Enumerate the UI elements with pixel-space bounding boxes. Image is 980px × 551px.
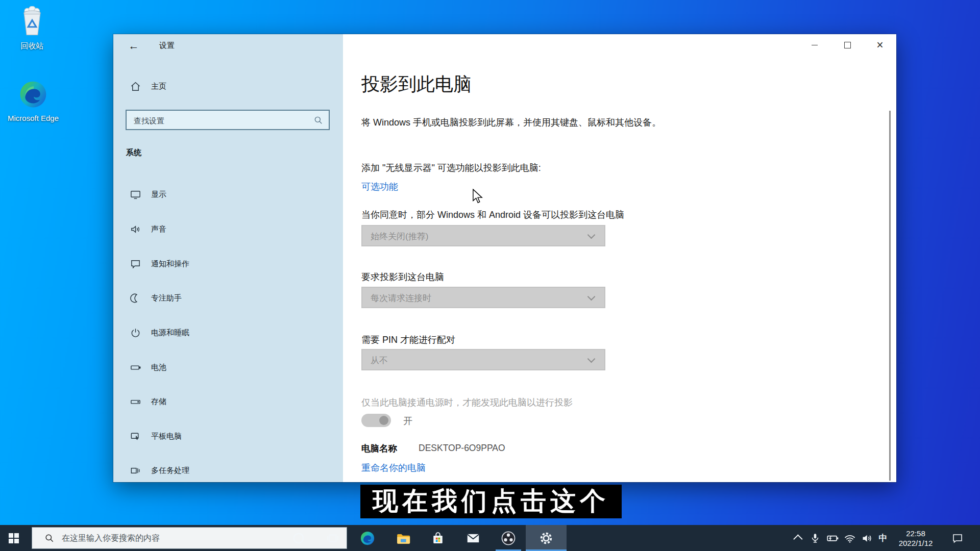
sidebar-item-storage[interactable]: 存储: [113, 389, 343, 414]
action-center-icon: [951, 532, 964, 544]
back-button[interactable]: ←: [125, 38, 143, 54]
chevron-up-icon: [793, 534, 802, 543]
sidebar-item-multitasking[interactable]: 多任务处理: [113, 458, 343, 483]
tray-battery-button[interactable]: [825, 525, 840, 551]
sidebar-item-sound[interactable]: 声音: [113, 217, 343, 241]
edge-icon: [360, 531, 375, 546]
sidebar-item-battery[interactable]: 电池: [113, 355, 343, 380]
store-icon: [430, 531, 446, 546]
toggle-knob: [379, 416, 388, 425]
rename-pc-link[interactable]: 重命名你的电脑: [361, 462, 426, 474]
tray-wifi-button[interactable]: [842, 525, 857, 551]
obs-button[interactable]: [493, 525, 524, 551]
optional-feature-hint: 添加 "无线显示器" 可选功能以投影到此电脑:: [361, 162, 541, 174]
windows-logo-icon: [9, 533, 19, 543]
start-button[interactable]: [0, 525, 28, 551]
minimize-button[interactable]: [798, 34, 831, 56]
tray-clock[interactable]: 22:58 2022/1/12: [891, 529, 940, 548]
consent-dropdown-value: 始终关闭(推荐): [371, 231, 428, 242]
sidebar-item-notifications[interactable]: 通知和操作: [113, 252, 343, 276]
window-title: 设置: [159, 41, 175, 51]
toggle-state-label: 开: [403, 415, 412, 427]
sidebar-item-focus-assist[interactable]: 专注助手: [113, 286, 343, 310]
optional-features-link[interactable]: 可选功能: [361, 181, 398, 193]
chevron-down-icon: [587, 355, 596, 363]
settings-taskbar-button[interactable]: [526, 525, 567, 551]
battery-charging-icon: [826, 532, 839, 545]
tray-volume-button[interactable]: [860, 525, 875, 551]
sidebar-item-label: 显示: [151, 190, 166, 199]
maximize-button[interactable]: [831, 34, 864, 56]
sidebar-item-label: 多任务处理: [151, 466, 189, 475]
sidebar-item-power-sleep[interactable]: 电源和睡眠: [113, 320, 343, 345]
minimize-icon: [812, 45, 818, 45]
gear-icon: [539, 531, 553, 545]
tray-expand-button[interactable]: [792, 525, 805, 551]
microphone-icon: [810, 533, 821, 544]
notifications-icon: [130, 258, 141, 270]
intro-text: 将 Windows 手机或电脑投影到此屏幕，并使用其键盘、鼠标和其他设备。: [361, 115, 672, 130]
pin-pairing-value: 从不: [371, 355, 388, 366]
edge-shortcut-label: Microsoft Edge: [5, 113, 61, 123]
subtitle-overlay: 现在我们点击这个: [360, 485, 622, 518]
cortana-icon: [292, 532, 305, 545]
recycle-bin-shortcut[interactable]: 回收站: [4, 6, 60, 51]
search-icon: [313, 115, 324, 126]
sidebar-item-label: 电池: [151, 363, 166, 372]
sidebar-item-label: 通知和操作: [151, 259, 189, 269]
edge-shortcut[interactable]: Microsoft Edge: [5, 80, 61, 123]
sidebar-item-label: 专注助手: [151, 293, 182, 303]
mail-button[interactable]: [458, 525, 488, 551]
settings-window: ← 设置 主页 系统 显示: [113, 34, 896, 482]
pin-pairing-dropdown[interactable]: 从不: [361, 349, 605, 370]
task-view-button[interactable]: [317, 525, 348, 551]
sidebar-item-label: 声音: [151, 224, 166, 234]
chevron-down-icon: [587, 231, 596, 239]
pin-pairing-label: 需要 PIN 才能进行配对: [361, 334, 455, 346]
recycle-bin-label: 回收站: [4, 41, 60, 51]
pc-name-label: 电脑名称: [361, 442, 397, 455]
file-explorer-button[interactable]: [388, 525, 419, 551]
taskbar: 中 22:58 2022/1/12: [0, 525, 980, 551]
ime-indicator[interactable]: 中: [876, 525, 890, 551]
window-controls: ×: [798, 34, 896, 56]
display-icon: [130, 189, 141, 201]
sidebar-item-label: 平板电脑: [151, 432, 182, 441]
discovery-toggle[interactable]: [361, 414, 391, 427]
settings-search-input[interactable]: [133, 112, 308, 129]
page-title: 投影到此电脑: [361, 72, 472, 97]
sidebar-item-tablet[interactable]: 平板电脑: [113, 424, 343, 448]
sidebar-item-display[interactable]: 显示: [113, 182, 343, 207]
require-projection-label: 要求投影到这台电脑: [361, 271, 444, 283]
settings-main-pane: × 投影到此电脑 将 Windows 手机或电脑投影到此屏幕，并使用其键盘、鼠标…: [343, 34, 896, 482]
require-projection-dropdown[interactable]: 每次请求连接时: [361, 287, 605, 308]
scrollbar[interactable]: [889, 111, 891, 481]
settings-search-box[interactable]: [126, 110, 330, 130]
multitasking-icon: [130, 465, 141, 477]
require-projection-value: 每次请求连接时: [371, 292, 431, 304]
ime-label: 中: [879, 532, 888, 544]
mouse-cursor: [472, 189, 485, 204]
action-center-button[interactable]: [948, 525, 967, 551]
tray-time: 22:58: [891, 529, 940, 538]
home-icon: [130, 81, 141, 92]
close-button[interactable]: ×: [864, 34, 896, 56]
back-arrow-icon: ←: [129, 40, 139, 52]
mail-icon: [465, 531, 481, 546]
folder-icon: [396, 531, 411, 546]
sidebar-item-label: 存储: [151, 397, 166, 407]
sidebar-item-home[interactable]: 主页: [113, 77, 343, 96]
store-button[interactable]: [423, 525, 453, 551]
edge-taskbar-button[interactable]: [352, 525, 383, 551]
tablet-icon: [130, 431, 141, 442]
pc-name-value: DESKTOP-6O9PPAO: [419, 443, 505, 454]
sidebar-section-header: 系统: [126, 148, 141, 158]
consent-dropdown[interactable]: 始终关闭(推荐): [361, 225, 605, 246]
maximize-icon: [844, 42, 851, 48]
settings-sidebar: ← 设置 主页 系统 显示: [113, 34, 343, 482]
power-discovery-note: 仅当此电脑接通电源时，才能发现此电脑以进行投影: [361, 396, 573, 409]
cortana-button[interactable]: [283, 525, 314, 551]
tray-mic-button[interactable]: [808, 525, 822, 551]
edge-icon: [18, 80, 48, 109]
recycle-bin-icon: [16, 6, 48, 37]
